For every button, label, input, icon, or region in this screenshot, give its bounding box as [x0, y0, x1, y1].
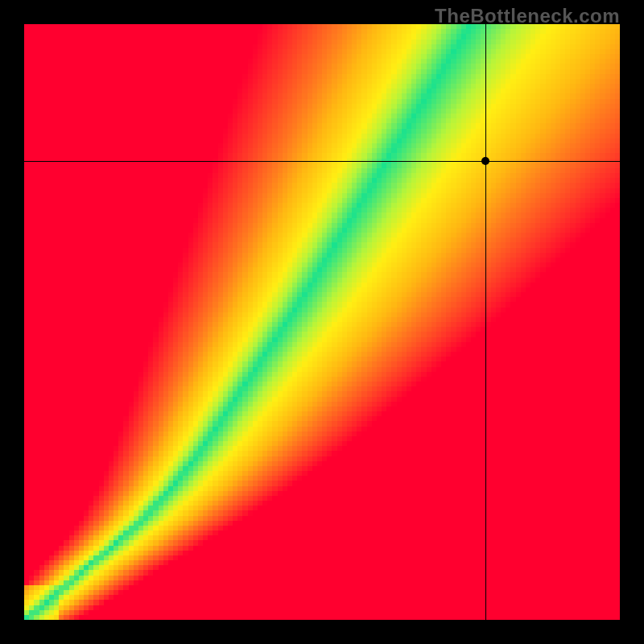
bottleneck-heatmap	[24, 24, 620, 620]
chart-stage: TheBottleneck.com	[0, 0, 644, 644]
watermark-label: TheBottleneck.com	[435, 5, 620, 27]
